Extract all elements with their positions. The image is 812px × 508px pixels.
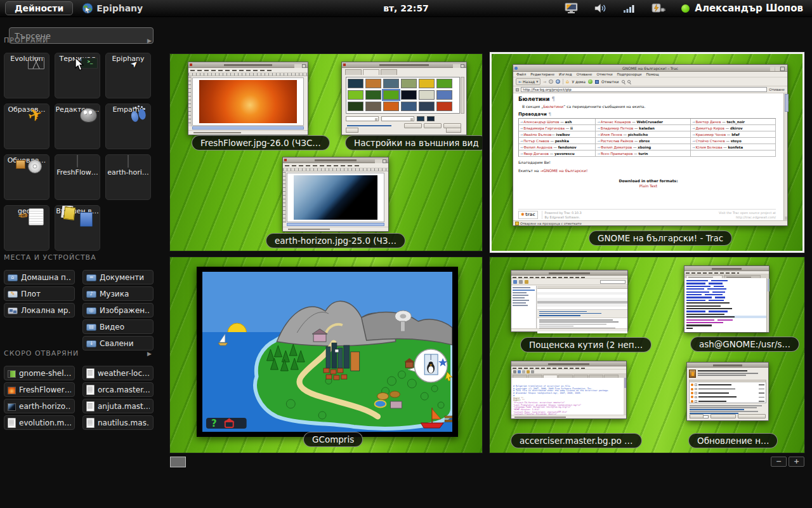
- window-update-manager[interactable]: [686, 362, 769, 421]
- translator-cell: Атанас Кошаров — WebCrusader: [596, 119, 691, 125]
- recent-nautilus[interactable]: nautilus.mas…: [82, 415, 154, 430]
- translator-cell: Ивайло Вълков— ivalkov: [519, 131, 596, 138]
- statusbar: [283, 227, 388, 231]
- add-workspace-button[interactable]: +: [789, 457, 804, 467]
- recent-evolution[interactable]: evolution.m…: [4, 415, 75, 430]
- window-gedit-po-file[interactable]: # Bulgarian translation of accerciser po…: [511, 361, 627, 419]
- workspace-3[interactable]: ? GCompris: [170, 257, 482, 453]
- help-button: [346, 128, 358, 133]
- image-thumb-orange-icon: [8, 387, 16, 394]
- app-freshflower[interactable]: FreshFlow…: [55, 154, 100, 200]
- toolbar: [511, 370, 626, 374]
- images-folder-icon: [86, 306, 96, 314]
- wallpaper-thumbnail: [419, 90, 435, 100]
- expand-arrow-icon[interactable]: ▶: [147, 351, 152, 357]
- expand-arrow-icon[interactable]: ▶: [147, 37, 152, 44]
- app-earthimage[interactable]: earth-hori…: [105, 154, 151, 200]
- workspace-2-active[interactable]: GNOME на български! - Trac ФайлРедактира…: [490, 52, 804, 253]
- display-icon[interactable]: [565, 3, 579, 14]
- translator-cell: Петър Славов — peshka: [519, 138, 596, 144]
- app-label: Empathy: [106, 105, 150, 114]
- app-gimp[interactable]: Редактор …: [55, 104, 100, 149]
- epiphany-globe-icon: [82, 3, 93, 14]
- menubar: [684, 271, 769, 274]
- translator-cell: Владимир Петков — kaladan: [596, 125, 691, 131]
- battery-icon[interactable]: [651, 3, 666, 14]
- volume-icon[interactable]: [594, 3, 608, 14]
- place-network[interactable]: Локална мр…: [4, 303, 75, 318]
- place-music[interactable]: Музика: [82, 286, 154, 301]
- scrollbar: [287, 223, 384, 226]
- workspace-4[interactable]: # Bulgarian translation of accerciser po…: [490, 257, 804, 453]
- window-epiphany-trac[interactable]: GNOME на български! - Trac ФайлРедактира…: [513, 64, 788, 226]
- gcompris-help-icon: ?: [211, 418, 217, 429]
- menu-item: Подпрозорци: [617, 72, 642, 76]
- wallpaper-thumbnail: [365, 79, 381, 88]
- translator-cell: Красимир Чонов — bfaf: [691, 131, 776, 138]
- recent-gnome-shell[interactable]: gnome-shel…: [4, 366, 75, 380]
- window-gimp-earth-horizon[interactable]: [282, 157, 389, 232]
- recent-earth[interactable]: earth-horizo…: [4, 399, 75, 413]
- clock[interactable]: вт, 22:57: [383, 3, 429, 13]
- wallpaper-thumbnail: [348, 90, 363, 100]
- pilcrow: ¶: [551, 96, 554, 102]
- translator-cell: Ростислав Райков — zbrox: [596, 138, 691, 144]
- workspace-indicator[interactable]: [170, 457, 186, 467]
- wallpaper-thumbnail: [401, 113, 417, 114]
- app-updates[interactable]: Обновле…: [4, 154, 49, 200]
- workspace-1[interactable]: FreshFlower.jpg-26.0 (ЧЗС… Настройки на …: [170, 54, 482, 251]
- wallpaper-thumbnail: [401, 90, 417, 100]
- window-gcompris[interactable]: ?: [197, 267, 458, 437]
- gcompris-game-scene: ?: [202, 272, 452, 432]
- screenshot-thumb-icon: [8, 370, 16, 378]
- style-select: [346, 116, 379, 121]
- place-downloads[interactable]: Свалени: [82, 336, 154, 351]
- window-titlebar: [511, 361, 626, 366]
- section-programs-label: ПРОГРАМИ: [4, 36, 48, 44]
- app-gcompris[interactable]: Образов…: [4, 104, 49, 149]
- scrollbar: [766, 278, 769, 332]
- place-documents[interactable]: Документи: [82, 270, 154, 284]
- update-buttons: [690, 414, 766, 418]
- place-home[interactable]: Домашна п…: [4, 270, 75, 284]
- window-label: Обновление н…: [688, 433, 778, 448]
- recent-label: evolution.m…: [19, 418, 71, 427]
- place-videos[interactable]: Видео: [82, 319, 154, 334]
- translator-cell: Илия Пенев — picholicho: [596, 131, 691, 138]
- update-manager-icon: [689, 370, 696, 378]
- recent-label: anjuta.mast…: [98, 402, 150, 411]
- recent-weather[interactable]: weather-loc…: [82, 366, 154, 380]
- window-appearance-preferences[interactable]: [341, 62, 467, 135]
- window-titlebar: [283, 157, 388, 163]
- tab: [381, 69, 397, 75]
- wallpaper-thumbnail: [436, 90, 452, 100]
- app-evolution[interactable]: Evolution: [4, 53, 49, 98]
- window-terminal[interactable]: [684, 265, 769, 333]
- recent-orca[interactable]: orca.master.…: [82, 382, 154, 397]
- downloads-folder-icon: [86, 339, 96, 347]
- activities-button[interactable]: Дейности: [5, 1, 73, 15]
- translator-cell: Владимира Гиргинова — ii: [519, 125, 596, 131]
- gnome-shell-overview: Дейности Epiphany вт, 22:57: [0, 0, 812, 508]
- app-epiphany[interactable]: Epiphany: [105, 53, 151, 98]
- desktop-icon: [8, 290, 18, 298]
- wallpaper-thumbnail: [365, 102, 381, 111]
- window-label: Настройки на външния вид: [345, 135, 482, 150]
- app-menu[interactable]: Epiphany: [82, 3, 143, 14]
- app-appearance[interactable]: Външен в…: [55, 205, 100, 251]
- place-desktop[interactable]: Плот: [4, 286, 75, 301]
- app-empathy[interactable]: Empathy: [105, 104, 151, 149]
- recent-freshflower[interactable]: FreshFlower…: [4, 382, 75, 397]
- recent-anjuta[interactable]: anjuta.mast…: [82, 399, 154, 413]
- app-gedit[interactable]: gedit: [4, 205, 49, 251]
- remove-workspace-button[interactable]: −: [771, 457, 787, 467]
- tab-background: [363, 69, 379, 75]
- window-gimp-freshflower[interactable]: [188, 62, 308, 135]
- place-pictures[interactable]: Изображен…: [82, 303, 154, 318]
- user-menu[interactable]: Александър Шопов: [681, 3, 803, 14]
- window-evolution-inbox[interactable]: [511, 270, 628, 332]
- place-label: Видео: [100, 323, 124, 331]
- network-signal-icon[interactable]: [623, 3, 636, 13]
- document-icon: [86, 385, 95, 395]
- back-arrow-icon: ←: [518, 79, 521, 84]
